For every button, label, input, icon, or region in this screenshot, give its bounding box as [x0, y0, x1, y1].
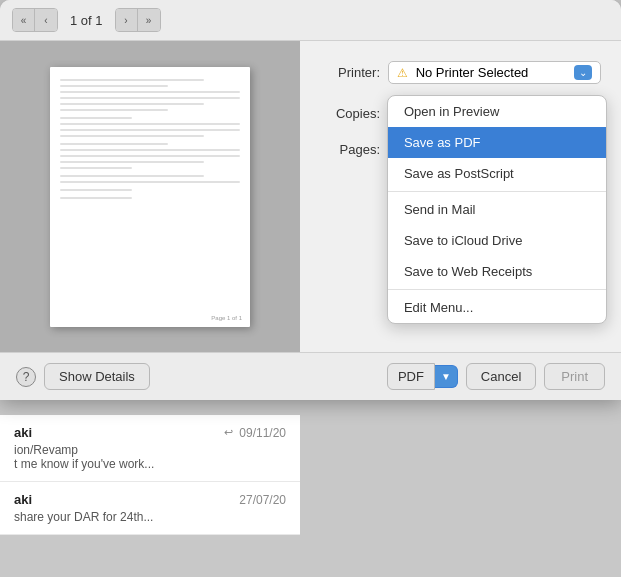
printer-dropdown[interactable]: ⚠ No Printer Selected ⌄ [388, 61, 601, 84]
pdf-menu-edit[interactable]: Edit Menu... [388, 292, 606, 323]
print-dialog: « ‹ 1 of 1 › » [0, 0, 621, 400]
pdf-menu-send-mail[interactable]: Send in Mail [388, 194, 606, 225]
page-nav-next-group[interactable]: › » [115, 8, 161, 32]
mail-subject: ion/Revamp [14, 443, 286, 457]
help-button[interactable]: ? [16, 367, 36, 387]
mail-sender: aki [14, 425, 32, 440]
bottom-bar: ? Show Details PDF ▼ Open in Preview Sav… [0, 352, 621, 400]
pdf-arrow-icon: ▼ [441, 371, 451, 382]
pdf-menu-save-web[interactable]: Save to Web Receipts [388, 256, 606, 287]
pdf-dropdown-menu: Open in Preview Save as PDF Save as Post… [387, 95, 607, 324]
printer-arrow-icon[interactable]: ⌄ [574, 65, 592, 80]
mail-date: 09/11/20 [239, 426, 286, 440]
mail-sender: aki [14, 492, 32, 507]
last-page-button[interactable]: » [138, 9, 160, 31]
pdf-menu-divider-2 [388, 289, 606, 290]
copies-label: Copies: [320, 106, 380, 121]
page-count: 1 of 1 [70, 13, 103, 28]
pdf-menu-save-pdf[interactable]: Save as PDF [388, 127, 606, 158]
page-preview: Page 1 of 1 [50, 67, 250, 327]
pdf-menu-save-postscript[interactable]: Save as PostScript [388, 158, 606, 189]
cancel-button[interactable]: Cancel [466, 363, 536, 390]
next-page-button[interactable]: › [116, 9, 138, 31]
page-nav-group[interactable]: « ‹ [12, 8, 58, 32]
print-button[interactable]: Print [544, 363, 605, 390]
pdf-menu-divider-1 [388, 191, 606, 192]
mail-date: 27/07/20 [239, 493, 286, 507]
show-details-button[interactable]: Show Details [44, 363, 150, 390]
printer-row: Printer: ⚠ No Printer Selected ⌄ [320, 61, 601, 84]
preview-page-num: Page 1 of 1 [211, 315, 242, 321]
toolbar: « ‹ 1 of 1 › » [0, 0, 621, 41]
mail-list: aki ↩ 09/11/20 ion/Revamp t me know if y… [0, 415, 300, 535]
pdf-arrow-button[interactable]: ▼ [435, 365, 458, 388]
pdf-button-container: PDF ▼ Open in Preview Save as PDF Save a… [387, 363, 458, 390]
pdf-menu-open-preview[interactable]: Open in Preview [388, 96, 606, 127]
printer-name: No Printer Selected [416, 65, 529, 80]
printer-label: Printer: [320, 65, 380, 80]
mail-preview: share your DAR for 24th... [14, 510, 286, 524]
first-page-button[interactable]: « [13, 9, 35, 31]
prev-page-button[interactable]: ‹ [35, 9, 57, 31]
mail-item[interactable]: aki ↩ 09/11/20 ion/Revamp t me know if y… [0, 415, 300, 482]
pdf-button[interactable]: PDF [387, 363, 435, 390]
pages-label: Pages: [320, 142, 380, 157]
preview-panel: Page 1 of 1 [0, 41, 300, 352]
warning-icon: ⚠ [397, 66, 408, 80]
pdf-menu-save-icloud[interactable]: Save to iCloud Drive [388, 225, 606, 256]
reply-icon: ↩ [224, 426, 233, 439]
mail-item[interactable]: aki 27/07/20 share your DAR for 24th... [0, 482, 300, 535]
mail-preview: t me know if you've work... [14, 457, 286, 471]
